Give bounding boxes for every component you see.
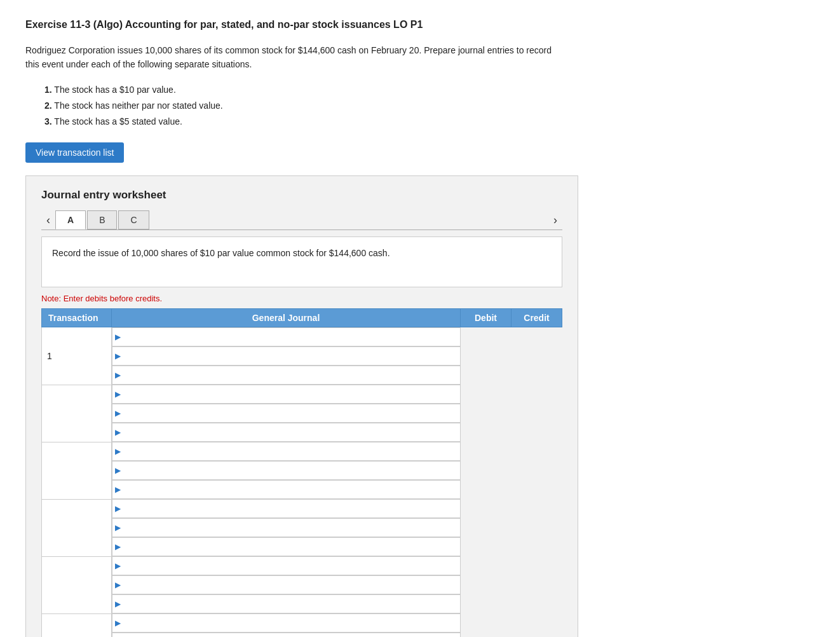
row-indicator-icon: ▶ <box>112 504 121 513</box>
col-header-general-journal: General Journal <box>112 309 461 327</box>
debit-input[interactable] <box>121 633 460 637</box>
transaction-cell: 1 <box>42 327 112 385</box>
debit-indicator-icon: ▶ <box>112 523 121 532</box>
general-journal-cell[interactable]: ▶ <box>112 613 461 633</box>
row-indicator-icon: ▶ <box>112 619 121 627</box>
general-journal-input[interactable] <box>121 614 460 632</box>
debit-input[interactable] <box>121 462 460 479</box>
general-journal-cell[interactable]: ▶ <box>112 499 461 518</box>
debit-input[interactable] <box>121 519 460 537</box>
table-row: ▶▶▶ <box>42 556 562 613</box>
credit-indicator-icon: ▶ <box>112 428 121 437</box>
row-indicator-icon: ▶ <box>112 332 121 341</box>
credit-indicator-icon: ▶ <box>112 485 121 494</box>
credit-cell[interactable]: ▶ <box>112 594 461 613</box>
general-journal-input[interactable] <box>121 557 460 575</box>
table-row: ▶▶▶ <box>42 385 562 442</box>
tab-a[interactable]: A <box>55 210 86 229</box>
row-indicator-icon: ▶ <box>112 390 121 399</box>
tab-next-arrow[interactable]: › <box>548 211 562 229</box>
debit-cell[interactable]: ▶ <box>112 461 461 480</box>
debit-cell[interactable]: ▶ <box>112 575 461 594</box>
row-indicator-icon: ▶ <box>112 447 121 456</box>
general-journal-cell[interactable]: ▶ <box>112 442 461 461</box>
credit-input[interactable] <box>121 423 460 441</box>
transaction-cell <box>42 613 112 637</box>
list-item: 1. The stock has a $10 par value. <box>44 82 815 98</box>
journal-entry-worksheet: Journal entry worksheet ‹ A B C › Record… <box>25 175 578 637</box>
credit-indicator-icon: ▶ <box>112 542 121 551</box>
debit-indicator-icon: ▶ <box>112 580 121 589</box>
debit-indicator-icon: ▶ <box>112 466 121 475</box>
debit-cell[interactable]: ▶ <box>112 518 461 537</box>
debit-indicator-icon: ▶ <box>112 409 121 418</box>
credit-cell[interactable]: ▶ <box>112 480 461 499</box>
transaction-cell <box>42 499 112 556</box>
transaction-cell <box>42 442 112 499</box>
row-indicator-icon: ▶ <box>112 561 121 570</box>
debit-input[interactable] <box>121 404 460 422</box>
journal-table: Transaction General Journal Debit Credit… <box>41 308 562 637</box>
view-transaction-list-button[interactable]: View transaction list <box>25 142 124 163</box>
debit-cell[interactable]: ▶ <box>112 633 461 637</box>
credit-cell[interactable]: ▶ <box>112 423 461 442</box>
table-row: ▶▶▶ <box>42 613 562 637</box>
description-box: Record the issue of 10,000 shares of $10… <box>41 236 562 287</box>
general-journal-cell[interactable]: ▶ <box>112 327 461 346</box>
credit-indicator-icon: ▶ <box>112 371 121 380</box>
table-row: ▶▶▶ <box>42 442 562 499</box>
col-header-transaction: Transaction <box>42 309 112 327</box>
tab-b[interactable]: B <box>87 210 117 229</box>
general-journal-input[interactable] <box>121 385 460 403</box>
general-journal-input[interactable] <box>121 442 460 460</box>
note-text: Note: Enter debits before credits. <box>41 294 562 303</box>
credit-cell[interactable]: ▶ <box>112 537 461 556</box>
credit-input[interactable] <box>121 538 460 556</box>
page-title: Exercise 11-3 (Algo) Accounting for par,… <box>25 19 815 31</box>
debit-cell[interactable]: ▶ <box>112 404 461 423</box>
list-item: 3. The stock has a $5 stated value. <box>44 114 815 130</box>
transaction-cell <box>42 556 112 613</box>
tabs-wrapper: ‹ A B C › <box>41 210 562 230</box>
general-journal-cell[interactable]: ▶ <box>112 385 461 404</box>
credit-input[interactable] <box>121 481 460 498</box>
description-text: Record the issue of 10,000 shares of $10… <box>52 248 390 258</box>
col-header-credit: Credit <box>511 309 562 327</box>
credit-input[interactable] <box>121 595 460 613</box>
credit-cell[interactable]: ▶ <box>112 366 461 385</box>
table-row: 1▶▶▶ <box>42 327 562 385</box>
debit-input[interactable] <box>121 576 460 594</box>
conditions-list: 1. The stock has a $10 par value. 2. The… <box>44 82 815 130</box>
debit-cell[interactable]: ▶ <box>112 346 461 366</box>
tab-c[interactable]: C <box>118 210 149 229</box>
transaction-cell <box>42 385 112 442</box>
worksheet-title: Journal entry worksheet <box>41 189 562 202</box>
table-row: ▶▶▶ <box>42 499 562 556</box>
debit-indicator-icon: ▶ <box>112 352 121 360</box>
credit-input[interactable] <box>121 366 460 384</box>
general-journal-input[interactable] <box>121 328 460 346</box>
general-journal-input[interactable] <box>121 500 460 517</box>
list-item: 2. The stock has neither par nor stated … <box>44 98 815 114</box>
intro-text: Rodriguez Corporation issues 10,000 shar… <box>25 43 815 72</box>
tab-prev-arrow[interactable]: ‹ <box>41 211 55 229</box>
credit-indicator-icon: ▶ <box>112 599 121 608</box>
general-journal-cell[interactable]: ▶ <box>112 556 461 575</box>
debit-input[interactable] <box>121 347 460 365</box>
col-header-debit: Debit <box>461 309 511 327</box>
